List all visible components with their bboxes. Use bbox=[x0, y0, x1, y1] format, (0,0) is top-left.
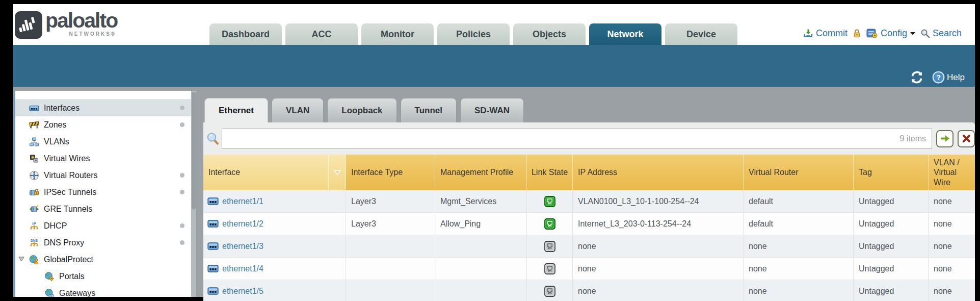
scrollbar-thumb[interactable] bbox=[192, 92, 196, 209]
link-down-icon[interactable] bbox=[544, 241, 555, 252]
cell-virtual-router: none bbox=[744, 235, 854, 257]
cell-link-state bbox=[527, 280, 573, 301]
sidebar-item[interactable]: Gateways bbox=[15, 285, 191, 297]
clear-x-icon bbox=[962, 134, 971, 143]
sidebar-item[interactable]: Virtual Routers bbox=[15, 167, 191, 184]
link-down-icon[interactable] bbox=[544, 263, 555, 274]
link-up-icon[interactable] bbox=[544, 196, 555, 207]
column-header-link-state[interactable]: Link State bbox=[527, 155, 573, 190]
sub-tab[interactable]: VLAN bbox=[272, 98, 324, 122]
nav-tab[interactable]: Policies bbox=[437, 23, 510, 45]
commit-button[interactable]: Commit bbox=[803, 28, 847, 39]
cell-management-profile: Mgmt_Services bbox=[435, 190, 527, 212]
nav-tab[interactable]: ACC bbox=[285, 23, 358, 45]
status-dot bbox=[180, 106, 184, 110]
sidebar-scrollbar[interactable] bbox=[191, 91, 196, 297]
sidebar-item-label: Virtual Routers bbox=[44, 171, 180, 180]
sub-tab[interactable]: Tunnel bbox=[401, 98, 457, 122]
brand-sub: NETWORKS® bbox=[69, 31, 116, 37]
interface-icon bbox=[207, 197, 219, 205]
virtual-wires-icon bbox=[29, 154, 39, 164]
sidebar-item[interactable]: VLANs bbox=[15, 133, 191, 150]
cell-management-profile bbox=[435, 280, 527, 301]
nav-tab[interactable]: Network bbox=[589, 23, 661, 45]
sort-dropdown[interactable] bbox=[329, 155, 346, 190]
ipsec-tunnels-icon bbox=[29, 187, 39, 197]
sidebar-item[interactable]: Interfaces bbox=[15, 99, 191, 116]
help-label[interactable]: Help bbox=[947, 72, 965, 83]
sub-tab[interactable]: Loopback bbox=[327, 98, 396, 122]
interface-icon bbox=[207, 220, 219, 228]
help-icon[interactable]: ? bbox=[932, 71, 945, 84]
interface-link[interactable]: ethernet1/1 bbox=[222, 197, 263, 206]
link-down-icon[interactable] bbox=[544, 286, 555, 297]
triangle-down-icon[interactable] bbox=[18, 257, 24, 262]
sub-header-band: ? Help bbox=[13, 45, 975, 87]
column-header-interface-type[interactable]: Interface Type bbox=[346, 155, 435, 190]
apply-filter-button[interactable] bbox=[936, 130, 953, 147]
cell-interface: ethernet1/1 bbox=[203, 190, 346, 212]
cell-interface: ethernet1/2 bbox=[203, 213, 346, 235]
sub-tab[interactable]: Ethernet bbox=[204, 98, 268, 122]
column-header-management-profile[interactable]: Management Profile bbox=[435, 155, 527, 190]
cell-ip-address: VLAN0100_L3_10-1-100-254--24 bbox=[573, 190, 744, 212]
app-window: paloalto NETWORKS® Dashboard ACC Monitor… bbox=[0, 0, 980, 301]
interface-link[interactable]: ethernet1/4 bbox=[222, 264, 263, 273]
nav-tab[interactable]: Dashboard bbox=[209, 23, 282, 45]
cell-link-state bbox=[527, 235, 573, 257]
vlans-icon bbox=[29, 137, 39, 147]
sidebar-item-label: Portals bbox=[59, 272, 191, 281]
clear-filter-button[interactable] bbox=[958, 130, 975, 147]
nav-tab[interactable]: Monitor bbox=[361, 23, 434, 45]
cell-interface: ethernet1/3 bbox=[203, 235, 346, 257]
column-header-virtual-router[interactable]: Virtual Router bbox=[744, 155, 854, 190]
commit-label: Commit bbox=[816, 28, 847, 39]
sidebar-item[interactable]: DNS DNS Proxy bbox=[15, 234, 191, 251]
column-header-vlan-virtual-wire[interactable]: VLAN / Virtual Wire bbox=[929, 155, 975, 190]
cell-link-state bbox=[527, 213, 573, 235]
dhcp-icon: IP bbox=[29, 221, 39, 231]
sidebar-item[interactable]: IPSec Tunnels bbox=[15, 184, 191, 200]
interface-link[interactable]: ethernet1/5 bbox=[222, 287, 263, 296]
sidebar-item[interactable]: Virtual Wires bbox=[15, 150, 191, 167]
cell-tag: Untagged bbox=[854, 235, 929, 257]
sidebar-item[interactable]: IP DHCP bbox=[15, 217, 191, 234]
cell-interface-type bbox=[346, 258, 435, 280]
header-utilities: Commit Config Search bbox=[803, 28, 962, 39]
interface-link[interactable]: ethernet1/2 bbox=[222, 219, 263, 229]
status-dot bbox=[180, 223, 184, 228]
magnifier-icon bbox=[206, 132, 220, 145]
refresh-icon[interactable] bbox=[910, 71, 924, 84]
sidebar-item[interactable]: Portals bbox=[15, 268, 191, 285]
interface-icon bbox=[207, 287, 219, 295]
interface-link[interactable]: ethernet1/3 bbox=[222, 242, 263, 251]
status-dot bbox=[180, 173, 184, 178]
sidebar-item[interactable]: GlobalProtect bbox=[15, 251, 191, 268]
column-header-interface[interactable]: Interface bbox=[203, 155, 329, 190]
cell-management-profile bbox=[435, 235, 527, 257]
nav-tab[interactable]: Device bbox=[665, 23, 737, 45]
cell-ip-address: none bbox=[573, 235, 744, 257]
cell-interface-type bbox=[346, 280, 435, 301]
sidebar-item[interactable]: Zones bbox=[15, 116, 191, 133]
cell-virtual-router: none bbox=[744, 280, 854, 301]
lock-icon[interactable] bbox=[852, 29, 862, 38]
column-header-ip-address[interactable]: IP Address bbox=[573, 155, 744, 190]
nav-tab[interactable]: Objects bbox=[513, 23, 586, 45]
top-bar: paloalto NETWORKS® Dashboard ACC Monitor… bbox=[13, 4, 975, 45]
interface-icon bbox=[207, 265, 219, 272]
table-row: ethernet1/4 none none Untagged none bbox=[203, 258, 975, 280]
sub-tab[interactable]: SD-WAN bbox=[460, 98, 524, 122]
cell-interface: ethernet1/5 bbox=[203, 280, 346, 301]
sidebar-item[interactable]: GRE Tunnels bbox=[15, 200, 191, 217]
config-menu[interactable]: Config bbox=[866, 28, 916, 39]
filter-input[interactable] bbox=[222, 129, 932, 149]
status-dot bbox=[180, 190, 184, 194]
table-body: ethernet1/1 Layer3 Mgmt_Services VLAN010… bbox=[203, 190, 975, 301]
caret-down-icon bbox=[910, 32, 916, 36]
cell-interface: ethernet1/4 bbox=[203, 258, 346, 280]
link-up-icon[interactable] bbox=[544, 218, 555, 230]
search-button[interactable]: Search bbox=[920, 28, 962, 39]
cell-tag: Untagged bbox=[854, 258, 929, 280]
column-header-tag[interactable]: Tag bbox=[854, 155, 929, 190]
